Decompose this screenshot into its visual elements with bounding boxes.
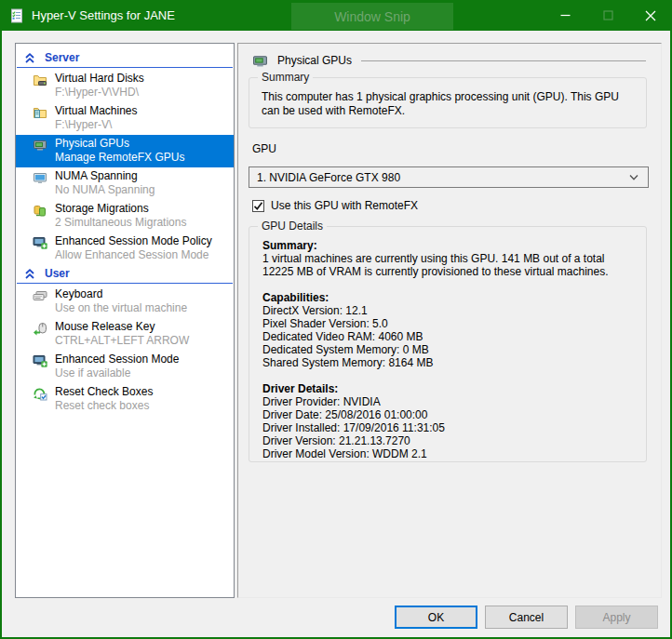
session-mode-plus-icon	[33, 353, 47, 368]
item-sub: Use if available	[55, 366, 179, 380]
collapse-chevrons-icon	[24, 268, 35, 280]
pane-header: Physical GPUs	[251, 51, 646, 70]
item-label: Virtual Machines	[55, 104, 138, 118]
item-label: Keyboard	[55, 287, 187, 301]
driver-line: Driver Date: 25/08/2016 01:00:00	[262, 408, 635, 421]
apply-button[interactable]: Apply	[575, 606, 658, 629]
capability-line: DirectX Version: 12.1	[262, 304, 635, 317]
section-label-user: User	[45, 267, 70, 280]
tree-section-user[interactable]: User	[17, 265, 233, 284]
hyperv-settings-window: Hyper-V Settings for JANE Window Snip Se…	[0, 0, 672, 639]
item-sub: Allow Enhanced Session Mode	[55, 248, 212, 262]
gpu-details-group-label: GPU Details	[258, 220, 327, 233]
reset-checkboxes-icon	[33, 386, 47, 401]
gpu-monitor-icon	[33, 138, 47, 153]
sidebar-item-physical-gpus[interactable]: Physical GPUs Manage RemoteFX GPUs	[16, 135, 234, 167]
gpu-monitor-icon	[251, 53, 269, 69]
storage-migration-icon	[33, 203, 47, 218]
item-sub: F:\Hyper-V\VHD\	[55, 86, 144, 100]
header-rule	[361, 60, 646, 61]
item-label: Enhanced Session Mode	[55, 353, 179, 366]
settings-detail-pane: Physical GPUs Summary This computer has …	[237, 43, 662, 598]
item-sub: CTRL+ALT+LEFT ARROW	[55, 334, 189, 348]
window-controls	[544, 0, 672, 31]
capability-line: Pixel Shader Version: 5.0	[262, 317, 635, 330]
remotefx-checkbox[interactable]	[252, 200, 264, 212]
driver-details-heading: Driver Details:	[262, 382, 635, 395]
sidebar-item-virtual-hard-disks[interactable]: Virtual Hard Disks F:\Hyper-V\VHD\	[16, 70, 234, 102]
driver-line: Driver Version: 21.21.13.7270	[262, 434, 635, 447]
remotefx-checkbox-label[interactable]: Use this GPU with RemoteFX	[271, 199, 418, 212]
capability-line: Shared System Memory: 8164 MB	[262, 356, 635, 369]
sidebar-item-keyboard[interactable]: Keyboard Use on the virtual machine	[16, 286, 234, 318]
tree-section-server[interactable]: Server	[17, 49, 233, 68]
details-summary-heading: Summary:	[262, 239, 635, 252]
chevron-down-icon	[629, 174, 638, 181]
maximize-icon	[603, 10, 613, 20]
session-mode-plus-icon	[33, 235, 47, 250]
item-label: Reset Check Boxes	[55, 385, 153, 399]
gpu-details-body: Summary: 1 virtual machines are currentl…	[262, 239, 635, 460]
item-label: Virtual Hard Disks	[55, 72, 144, 86]
capabilities-heading: Capabilities:	[262, 291, 635, 304]
section-label-server: Server	[45, 51, 79, 64]
gpu-selected-value: 1. NVIDIA GeForce GTX 980	[257, 171, 629, 184]
window-title: Hyper-V Settings for JANE	[32, 8, 175, 22]
summary-groupbox: Summary This computer has 1 physical gra…	[249, 77, 647, 128]
item-sub: No NUMA Spanning	[55, 183, 155, 197]
numa-monitor-icon	[33, 170, 47, 185]
driver-line: Driver Provider: NVIDIA	[262, 395, 635, 408]
minimize-button[interactable]	[544, 0, 586, 31]
item-sub: Manage RemoteFX GPUs	[55, 151, 184, 165]
sidebar-item-enhanced-session-mode[interactable]: Enhanced Session Mode Use if available	[16, 351, 234, 383]
window-snip-overlay: Window Snip	[291, 3, 453, 30]
capability-line: Dedicated Video RAM: 4060 MB	[262, 330, 635, 343]
ok-button[interactable]: OK	[395, 606, 477, 629]
checkmark-icon	[253, 201, 263, 211]
details-summary-text: 1 virtual machines are currently using t…	[262, 252, 635, 278]
cancel-button[interactable]: Cancel	[485, 606, 568, 629]
pane-title: Physical GPUs	[277, 54, 352, 67]
item-label: NUMA Spanning	[55, 169, 155, 183]
minimize-icon	[560, 10, 571, 20]
sidebar-item-mouse-release-key[interactable]: Mouse Release Key CTRL+ALT+LEFT ARROW	[16, 318, 234, 351]
item-label: Enhanced Session Mode Policy	[55, 234, 212, 248]
close-button[interactable]	[629, 0, 672, 31]
maximize-button[interactable]	[586, 0, 629, 31]
item-label: Storage Migrations	[55, 202, 186, 216]
gpu-field-label: GPU	[252, 142, 276, 155]
remotefx-checkbox-row: Use this GPU with RemoteFX	[252, 199, 418, 212]
capability-line: Dedicated System Memory: 0 MB	[262, 343, 635, 356]
driver-line: Driver Model Version: WDDM 2.1	[262, 447, 635, 460]
driver-line: Driver Installed: 17/09/2016 11:31:05	[262, 421, 635, 434]
item-sub: Reset check boxes	[55, 399, 153, 413]
title-bar: Hyper-V Settings for JANE Window Snip	[0, 0, 672, 31]
summary-group-label: Summary	[258, 71, 313, 84]
item-label: Physical GPUs	[55, 137, 184, 151]
sidebar-item-storage-migrations[interactable]: Storage Migrations 2 Simultaneous Migrat…	[16, 200, 234, 233]
item-sub: Use on the virtual machine	[55, 301, 187, 315]
keyboard-icon	[33, 288, 47, 303]
folder-machine-icon	[33, 105, 47, 120]
sidebar-item-numa-spanning[interactable]: NUMA Spanning No NUMA Spanning	[16, 167, 234, 200]
item-sub: 2 Simultaneous Migrations	[55, 216, 186, 230]
sidebar-item-enhanced-session-mode-policy[interactable]: Enhanced Session Mode Policy Allow Enhan…	[16, 233, 234, 265]
item-sub: F:\Hyper-V\	[55, 118, 138, 132]
sidebar-item-virtual-machines[interactable]: Virtual Machines F:\Hyper-V\	[16, 102, 234, 135]
close-icon	[645, 10, 656, 21]
summary-text: This computer has 1 physical graphics pr…	[262, 90, 635, 118]
sidebar-item-reset-check-boxes[interactable]: Reset Check Boxes Reset check boxes	[16, 383, 234, 416]
navigation-tree: Server Virtual Hard Disks F:\Hyper-V\VHD…	[15, 43, 235, 598]
item-label: Mouse Release Key	[55, 320, 189, 334]
mouse-release-icon	[33, 321, 47, 336]
folder-disk-icon	[33, 73, 47, 87]
dialog-buttons: OK Cancel Apply	[395, 606, 658, 629]
gpu-details-groupbox: GPU Details Summary: 1 virtual machines …	[249, 226, 647, 462]
gpu-select[interactable]: 1. NVIDIA GeForce GTX 980	[249, 166, 649, 188]
hyperv-settings-app-icon	[9, 8, 24, 23]
collapse-chevrons-icon	[24, 52, 35, 64]
